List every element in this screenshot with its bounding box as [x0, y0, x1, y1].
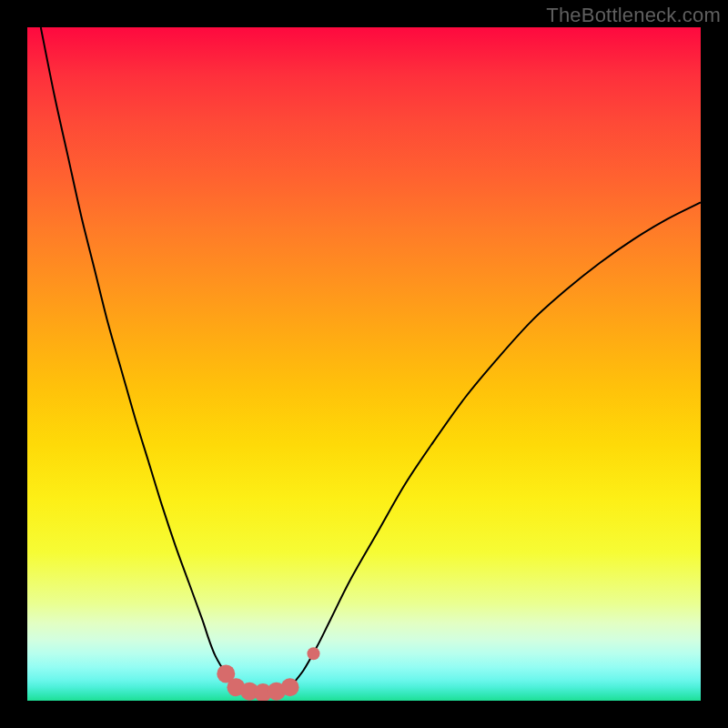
watermark-text: TheBottleneck.com [546, 4, 721, 27]
dot-6 [281, 678, 299, 696]
dot-7 [308, 647, 320, 660]
curve-group [41, 27, 701, 693]
plot-area [27, 27, 701, 701]
chart-svg [27, 27, 701, 701]
marker-group [217, 647, 319, 701]
chart-frame: TheBottleneck.com [0, 0, 728, 728]
bottleneck-curve [41, 27, 701, 693]
